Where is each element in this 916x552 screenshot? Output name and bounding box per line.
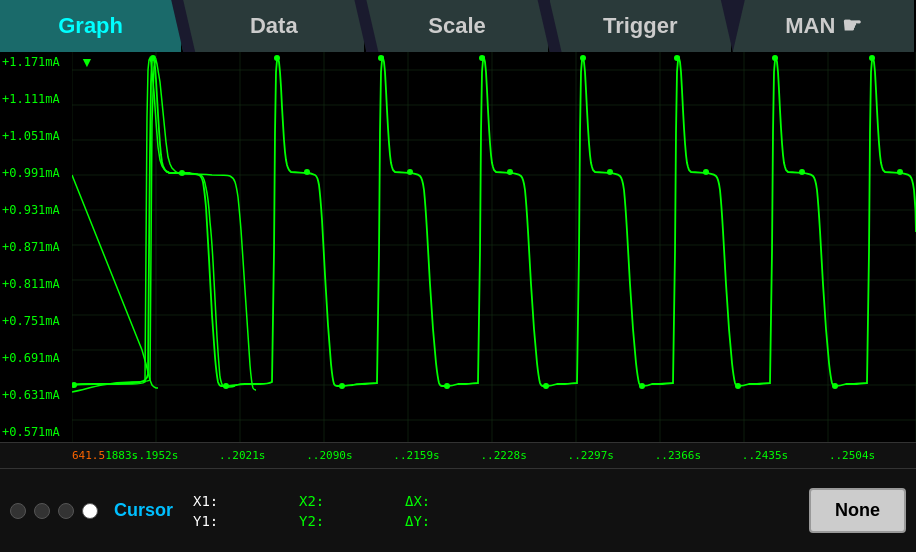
x1-row: X1: — [193, 493, 229, 509]
svg-point-33 — [444, 383, 450, 389]
y-label-4: +0.931mA — [0, 204, 72, 216]
dy-row: ΔY: — [405, 513, 453, 529]
tab-bar: Graph Data Scale Trigger MAN ☛ — [0, 0, 916, 52]
svg-point-35 — [639, 383, 645, 389]
tab-trigger[interactable]: Trigger — [550, 0, 733, 52]
x-label-7: ..2366s — [655, 449, 742, 462]
svg-point-31 — [223, 383, 229, 389]
y-label-9: +0.631mA — [0, 389, 72, 401]
svg-point-44 — [799, 169, 805, 175]
svg-point-29 — [869, 55, 875, 61]
dot-2[interactable] — [34, 503, 50, 519]
y-axis: +1.171mA +1.111mA +1.051mA +0.991mA +0.9… — [0, 52, 72, 442]
y1-label: Y1: — [193, 513, 221, 529]
svg-point-36 — [735, 383, 741, 389]
xy2-values: X2: Y2: — [299, 493, 335, 529]
dy-label: ΔY: — [405, 513, 445, 529]
svg-point-24 — [378, 55, 384, 61]
x2-row: X2: — [299, 493, 335, 509]
x-label-1: ..1952s — [132, 449, 219, 462]
dx-row: ΔX: — [405, 493, 453, 509]
y-label-0: +1.171mA — [0, 56, 72, 68]
x-label-4: ..2159s — [393, 449, 480, 462]
svg-point-22 — [150, 55, 156, 61]
x-labels: ..1952s ..2021s ..2090s ..2159s ..2228s … — [132, 449, 916, 462]
svg-point-42 — [607, 169, 613, 175]
y-label-3: +0.991mA — [0, 167, 72, 179]
x-label-6: ..2297s — [568, 449, 655, 462]
svg-point-30 — [72, 382, 77, 388]
graph-area: ▼ +1.171mA +1.111mA +1.051mA +0.991mA +0… — [0, 52, 916, 442]
status-bar: Cursor X1: Y1: X2: Y2: — [0, 468, 916, 552]
y2-row: Y2: — [299, 513, 335, 529]
none-button[interactable]: None — [809, 488, 906, 533]
x-axis-bar: 641.51883s ..1952s ..2021s ..2090s ..215… — [0, 442, 916, 468]
svg-point-34 — [543, 383, 549, 389]
cursor-label: Cursor — [114, 500, 173, 521]
cursor-values-group: X1: Y1: X2: Y2: ΔX: — [193, 493, 809, 529]
x-label-5: ..2228s — [480, 449, 567, 462]
y-label-6: +0.811mA — [0, 278, 72, 290]
dot-3[interactable] — [58, 503, 74, 519]
x1-label: X1: — [193, 493, 221, 509]
x-label-first: 641.51883s — [72, 449, 132, 462]
svg-point-26 — [580, 55, 586, 61]
y-label-10: +0.571mA — [0, 426, 72, 438]
dot-1[interactable] — [10, 503, 26, 519]
svg-point-40 — [407, 169, 413, 175]
svg-point-41 — [507, 169, 513, 175]
svg-point-37 — [832, 383, 838, 389]
signal-graph — [72, 52, 916, 442]
x2-label: X2: — [299, 493, 327, 509]
x-label-3: ..2090s — [306, 449, 393, 462]
svg-point-23 — [274, 55, 280, 61]
y-label-8: +0.691mA — [0, 352, 72, 364]
x-label-2: ..2021s — [219, 449, 306, 462]
svg-point-25 — [479, 55, 485, 61]
y-label-2: +1.051mA — [0, 130, 72, 142]
delta-values: ΔX: ΔY: — [405, 493, 453, 529]
y2-label: Y2: — [299, 513, 327, 529]
tab-graph[interactable]: Graph — [0, 0, 183, 52]
x-label-9: ..2504s — [829, 449, 916, 462]
svg-point-28 — [772, 55, 778, 61]
tab-data[interactable]: Data — [183, 0, 366, 52]
xy1-values: X1: Y1: — [193, 493, 229, 529]
x-label-8: ..2435s — [742, 449, 829, 462]
svg-point-32 — [339, 383, 345, 389]
y-label-5: +0.871mA — [0, 241, 72, 253]
y-label-1: +1.111mA — [0, 93, 72, 105]
dx-label: ΔX: — [405, 493, 445, 509]
svg-point-39 — [304, 169, 310, 175]
dots-container — [10, 503, 98, 519]
svg-point-27 — [674, 55, 680, 61]
svg-point-43 — [703, 169, 709, 175]
tab-scale[interactable]: Scale — [366, 0, 549, 52]
y1-row: Y1: — [193, 513, 229, 529]
y-label-7: +0.751mA — [0, 315, 72, 327]
tab-man[interactable]: MAN ☛ — [733, 0, 916, 52]
svg-point-38 — [179, 170, 185, 176]
svg-point-45 — [897, 169, 903, 175]
dot-4[interactable] — [82, 503, 98, 519]
